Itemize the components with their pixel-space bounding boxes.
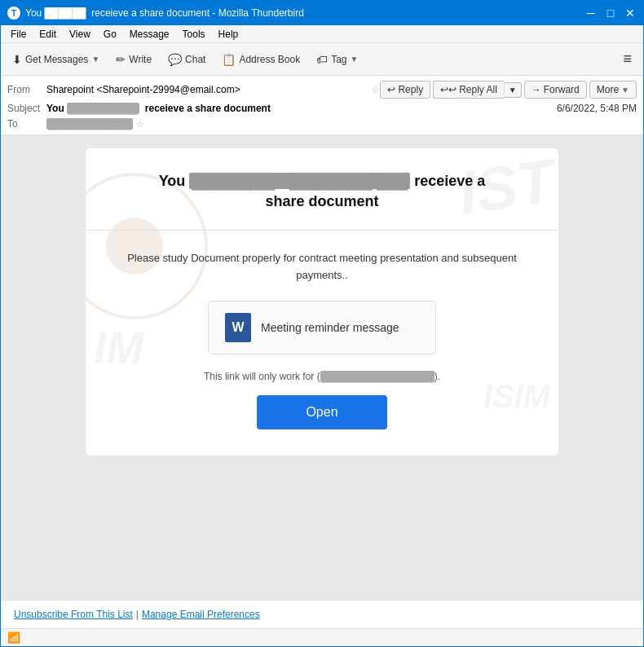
wifi-icon: 📶 <box>7 632 20 644</box>
to-value: ████████████ <box>46 118 133 130</box>
to-label: To <box>7 118 46 130</box>
window-title: You ██████ receieve a share document - M… <box>25 7 584 19</box>
email-header-section: You ████████@████████.███ receieve ashar… <box>86 148 558 231</box>
link-note-prefix: This link will only work for ( <box>204 371 320 382</box>
status-bar: 📶 <box>1 628 643 646</box>
email-body-section: Please study Document properly for contr… <box>86 231 558 456</box>
link-note-suffix: ). <box>434 371 440 382</box>
menu-view[interactable]: View <box>63 27 97 42</box>
address-book-button[interactable]: 📋 Address Book <box>215 47 307 72</box>
tag-button[interactable]: 🏷 Tag ▼ <box>310 47 364 72</box>
menu-bar: File Edit View Go Message Tools Help <box>1 25 643 43</box>
title-bar: T You ██████ receieve a share document -… <box>1 1 643 25</box>
subject-suffix: receieve a share document <box>139 103 271 114</box>
more-dropdown-arrow: ▼ <box>621 86 629 95</box>
more-label: More <box>597 84 619 95</box>
hamburger-menu-button[interactable]: ≡ <box>616 47 638 71</box>
menu-go[interactable]: Go <box>97 27 123 42</box>
message-footer: Unsubscribe From This List | Manage Emai… <box>1 600 643 628</box>
get-messages-dropdown-arrow[interactable]: ▼ <box>91 55 99 64</box>
tag-dropdown-arrow[interactable]: ▼ <box>351 55 359 64</box>
from-label: From <box>7 84 46 95</box>
menu-message[interactable]: Message <box>123 27 176 42</box>
reply-button[interactable]: ↩ Reply <box>380 81 430 99</box>
subject-value: You ██████████ receieve a share document <box>46 103 557 114</box>
subject-row: Subject You ██████████ receieve a share … <box>7 100 637 117</box>
menu-file[interactable]: File <box>4 27 33 42</box>
unsubscribe-link[interactable]: Unsubscribe From This List <box>14 609 133 620</box>
get-messages-button[interactable]: ⬇ Get Messages ▼ <box>6 47 106 72</box>
header-actions: ↩ Reply ↩↩ Reply All ▼ → Forward More ▼ <box>380 81 637 99</box>
write-icon: ✏ <box>116 53 126 66</box>
close-button[interactable]: ✕ <box>624 7 637 20</box>
subject-prefix: You <box>46 103 67 114</box>
forward-label: Forward <box>544 84 580 95</box>
write-button[interactable]: ✏ Write <box>109 47 158 72</box>
chat-icon: 💬 <box>168 53 182 66</box>
more-button[interactable]: More ▼ <box>589 81 637 99</box>
footer-links: Unsubscribe From This List | Manage Emai… <box>14 609 630 620</box>
from-star-icon[interactable]: ☆ <box>372 85 380 95</box>
email-heading: You ████████@████████.███ receieve ashar… <box>110 171 534 212</box>
to-star-icon[interactable]: ☆ <box>136 119 144 130</box>
chat-label: Chat <box>185 54 205 65</box>
reply-all-icon: ↩↩ <box>440 84 457 95</box>
menu-tools[interactable]: Tools <box>176 27 212 42</box>
manage-prefs-link[interactable]: Manage Email Preferences <box>142 609 260 620</box>
chat-button[interactable]: 💬 Chat <box>161 47 212 72</box>
subject-redacted: ██████████ <box>67 103 139 114</box>
address-book-icon: 📋 <box>222 53 236 66</box>
footer-separator: | <box>136 609 139 620</box>
reply-icon: ↩ <box>387 84 395 95</box>
main-window: T You ██████ receieve a share document -… <box>0 0 644 647</box>
tag-label: Tag <box>331 54 346 65</box>
write-label: Write <box>129 54 152 65</box>
email-body-text: Please study Document properly for contr… <box>110 250 534 284</box>
forward-icon: → <box>532 84 541 95</box>
address-book-label: Address Book <box>239 54 300 65</box>
reply-all-label: Reply All <box>459 84 497 95</box>
to-row: To ████████████ ☆ <box>7 117 637 131</box>
forward-button[interactable]: → Forward <box>524 81 587 99</box>
minimize-button[interactable]: ─ <box>584 7 598 20</box>
reply-all-group: ↩↩ Reply All ▼ <box>433 81 522 99</box>
menu-help[interactable]: Help <box>212 27 245 42</box>
subject-label: Subject <box>7 103 46 114</box>
word-icon <box>225 313 251 342</box>
from-value: Sharepoint <Sharepoint-29994@email.com> <box>46 84 368 95</box>
toolbar: ⬇ Get Messages ▼ ✏ Write 💬 Chat 📋 Addres… <box>1 43 643 76</box>
heading-redacted: ████████@████████.███ <box>189 173 410 189</box>
heading-prefix: You <box>159 173 190 189</box>
get-messages-label: Get Messages <box>25 54 88 65</box>
message-content: IST IM ISIM You ████████@████████.███ re… <box>1 135 643 600</box>
tag-icon: 🏷 <box>316 53 328 66</box>
message-date: 6/6/2022, 5:48 PM <box>557 103 637 114</box>
email-card: IST IM ISIM You ████████@████████.███ re… <box>86 148 558 456</box>
from-row: From Sharepoint <Sharepoint-29994@email.… <box>7 79 637 100</box>
window-controls: ─ □ ✕ <box>584 7 637 20</box>
reply-all-dropdown[interactable]: ▼ <box>504 82 522 98</box>
maximize-button[interactable]: □ <box>604 7 617 20</box>
reply-all-button[interactable]: ↩↩ Reply All <box>433 81 504 99</box>
doc-link-name: Meeting reminder message <box>261 321 399 334</box>
link-note: This link will only work for (██████████… <box>110 371 534 382</box>
message-header: From Sharepoint <Sharepoint-29994@email.… <box>1 76 643 135</box>
open-button[interactable]: Open <box>257 395 386 429</box>
link-note-redacted: ████████████████ <box>320 371 434 382</box>
reply-label: Reply <box>398 84 423 95</box>
get-messages-icon: ⬇ <box>12 53 22 66</box>
document-link-box[interactable]: Meeting reminder message <box>208 301 436 354</box>
menu-edit[interactable]: Edit <box>33 27 63 42</box>
app-icon: T <box>7 7 20 20</box>
